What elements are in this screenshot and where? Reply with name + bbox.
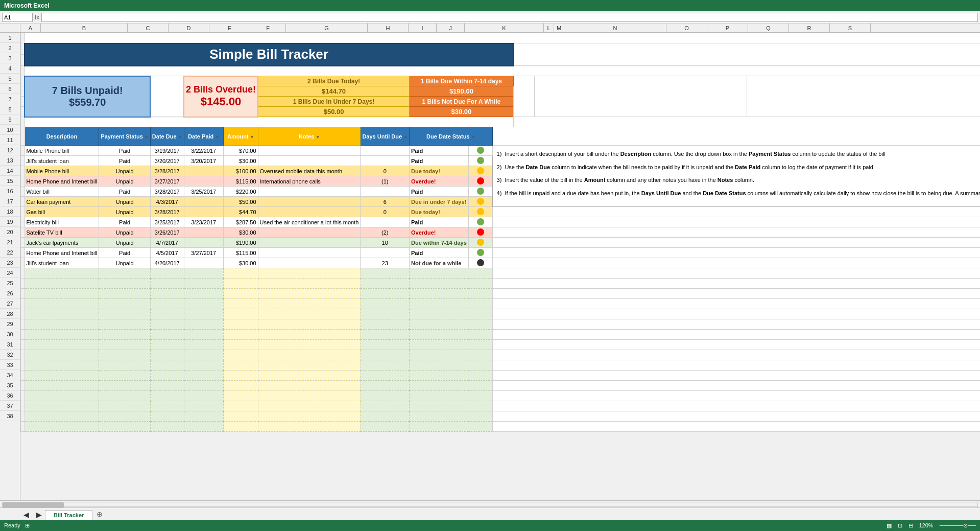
table-row: Gas bill Unpaid 3/28/2017 $44.70 0 Due t… (21, 207, 981, 217)
col-F[interactable]: F (250, 24, 286, 32)
col-L[interactable]: L (544, 24, 554, 32)
row-num-28: 28 (0, 309, 20, 319)
ribbon-title: Microsoft Excel (4, 2, 50, 9)
row-num-34: 34 (0, 370, 20, 380)
col-B[interactable]: B (41, 24, 128, 32)
name-box[interactable] (2, 13, 33, 22)
table-row-empty (21, 411, 981, 422)
column-headers: A B C D E F G H I J K L M N O P Q R S (0, 24, 980, 33)
col-A[interactable]: A (20, 24, 41, 32)
sheet-tab-bill-tracker[interactable]: Bill Tracker (45, 510, 92, 520)
page-layout-icon[interactable]: ⊡ (898, 522, 902, 529)
col-D[interactable]: D (169, 24, 209, 32)
col-G[interactable]: G (286, 24, 368, 32)
col-C[interactable]: C (128, 24, 169, 32)
unpaid-count: 7 Bills Unpaid! (27, 85, 148, 97)
row-num-29: 29 (0, 319, 20, 329)
instruction-1: 1) Insert a short description of your bi… (497, 150, 980, 159)
col-R[interactable]: R (789, 24, 830, 32)
formula-bar: fx (0, 11, 980, 24)
col-S[interactable]: S (830, 24, 871, 32)
col-J[interactable]: J (437, 24, 465, 32)
payment-status-dropdown-icon[interactable]: ▼ (145, 135, 149, 140)
app-title: Simple Bill Tracker (209, 47, 328, 62)
row-numbers: 1 2 3 4 5 6 7 8 9 10 11 12 13 14 15 16 1… (0, 33, 20, 500)
add-sheet-button[interactable]: ⊕ (92, 509, 107, 520)
date-paid-dropdown-icon[interactable]: ▼ (215, 135, 219, 140)
status-ready: Ready ⊞ (4, 522, 30, 529)
table-row-empty (21, 401, 981, 411)
table-row: Satelite TV bill Unpaid 3/26/2017 $30.00… (21, 227, 981, 238)
status-dot (477, 157, 484, 164)
col-E[interactable]: E (209, 24, 250, 32)
notes-dropdown-icon[interactable]: ▼ (316, 135, 320, 140)
instruction-3: 3) Insert the value of the bill in the A… (497, 176, 980, 185)
table-row-empty (21, 309, 981, 319)
status-dot (477, 208, 484, 215)
table-row: Jill's student loan Unpaid 4/20/2017 $30… (21, 258, 981, 268)
sheet-tabs: ◀ ▶ Bill Tracker ⊕ (0, 507, 980, 520)
row-num-6: 6 (0, 84, 20, 94)
table-row-empty (21, 299, 981, 309)
row-num-9: 9 (0, 114, 20, 125)
scroll-tabs-left[interactable]: ◀ (20, 511, 32, 519)
summary-overdue-box: 2 Bills Overdue! $145.00 (184, 76, 258, 117)
formula-input[interactable] (41, 13, 978, 22)
header-payment-status: Payment Status ▼ (99, 127, 151, 146)
instructions-box: 1) Insert a short description of your bi… (492, 146, 980, 207)
grid-area: Simple Bill Tracker 7 Bill (20, 33, 980, 500)
row-num-4: 4 (0, 63, 20, 74)
row-num-31: 31 (0, 339, 20, 350)
row-2: Simple Bill Tracker (21, 43, 981, 55)
col-Q[interactable]: Q (748, 24, 789, 32)
header-banner: Simple Bill Tracker (25, 43, 513, 66)
status-dot (477, 177, 484, 184)
status-dot (477, 218, 484, 225)
summary-unpaid-box: 7 Bills Unpaid! $559.70 (25, 76, 150, 117)
col-I[interactable]: I (409, 24, 437, 32)
summary-today-label: 2 Bills Due Today! (258, 76, 409, 86)
main-area: 1 2 3 4 5 6 7 8 9 10 11 12 13 14 15 16 1… (0, 33, 980, 500)
row-num-23: 23 (0, 258, 20, 268)
zoom-slider[interactable]: ──────⊙── (940, 522, 976, 529)
row-num-14: 14 (0, 166, 20, 176)
normal-view-icon[interactable]: ▦ (887, 522, 892, 529)
table-row: Mobile Phone bill Paid 3/19/2017 3/22/20… (21, 146, 981, 156)
status-bar: Ready ⊞ ▦ ⊡ ⊟ 120% ──────⊙── (0, 520, 980, 531)
spreadsheet-table: Simple Bill Tracker 7 Bill (20, 33, 980, 432)
ribbon: Microsoft Excel (0, 0, 980, 11)
row-num-5: 5 (0, 74, 20, 84)
row-num-1: 1 (0, 33, 20, 43)
summary-today-amount: $144.70 (258, 86, 409, 97)
horizontal-scrollbar[interactable] (0, 500, 980, 507)
row-num-15: 15 (0, 176, 20, 186)
table-row: Home Phone and Intenet bill Paid 4/5/201… (21, 248, 981, 258)
date-due-dropdown-icon[interactable]: ▼ (178, 135, 182, 140)
page-break-icon[interactable]: ⊟ (909, 522, 913, 529)
status-dot (477, 198, 484, 205)
days-dropdown-icon[interactable]: ▼ (403, 135, 408, 140)
row-5: 7 Bills Unpaid! $559.70 2 Bills Overdue!… (21, 76, 981, 86)
row-num-7: 7 (0, 94, 20, 104)
status-right: ▦ ⊡ ⊟ 120% ──────⊙── (887, 522, 976, 529)
col-K[interactable]: K (465, 24, 544, 32)
status-dot (477, 239, 484, 246)
status-dot (477, 188, 484, 195)
col-N[interactable]: N (564, 24, 666, 32)
scroll-tabs-right[interactable]: ▶ (33, 511, 45, 519)
col-M[interactable]: M (554, 24, 564, 32)
col-O[interactable]: O (666, 24, 707, 32)
row-num-36: 36 (0, 390, 20, 401)
table-row-empty (21, 340, 981, 350)
col-P[interactable]: P (707, 24, 748, 32)
amount-dropdown-icon[interactable]: ▼ (250, 135, 254, 140)
summary-under7-amount: $50.00 (258, 107, 409, 117)
row-num-11: 11 (0, 135, 20, 145)
row-num-17: 17 (0, 196, 20, 206)
corner-header (0, 24, 20, 32)
row-num-2: 2 (0, 43, 20, 53)
col-H[interactable]: H (368, 24, 409, 32)
row-num-24: 24 (0, 268, 20, 278)
table-row-empty (21, 279, 981, 289)
status-dropdown-icon[interactable]: ▼ (471, 135, 475, 140)
